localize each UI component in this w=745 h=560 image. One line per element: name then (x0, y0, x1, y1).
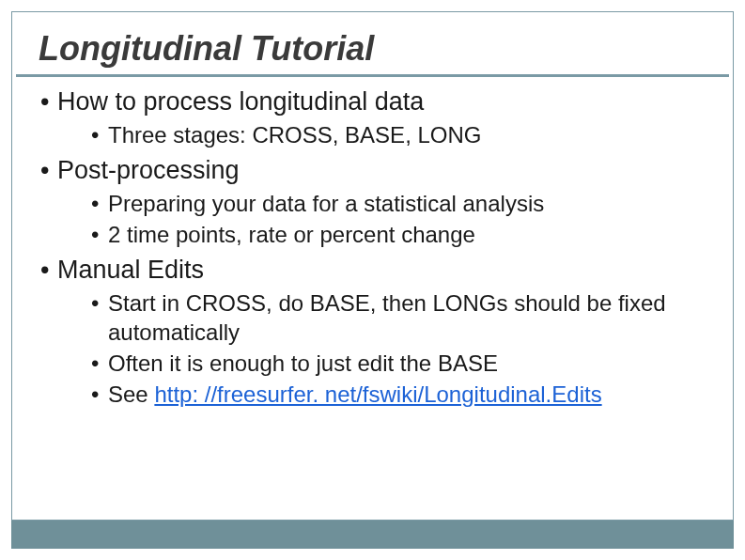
sub-list: Three stages: CROSS, BASE, LONG (57, 120, 733, 149)
sub-bullet-edit-base: Often it is enough to just edit the BASE (91, 349, 733, 378)
freesurfer-link[interactable]: http: //freesurfer. net/fswiki/Longitudi… (154, 381, 601, 407)
slide-title: Longitudinal Tutorial (16, 12, 729, 77)
bullet-how-to-process: How to process longitudinal data Three s… (40, 86, 733, 149)
slide-frame: Longitudinal Tutorial How to process lon… (11, 11, 734, 521)
sub-bullet-three-stages: Three stages: CROSS, BASE, LONG (91, 120, 733, 149)
sub-bullet-start-cross: Start in CROSS, do BASE, then LONGs shou… (91, 288, 733, 347)
bullet-list: How to process longitudinal data Three s… (12, 86, 733, 410)
sub-bullet-preparing-data: Preparing your data for a statistical an… (91, 189, 733, 218)
sub-list: Preparing your data for a statistical an… (57, 189, 733, 249)
sub-bullet-see-link: See http: //freesurfer. net/fswiki/Longi… (91, 380, 733, 409)
bullet-text: Post-processing (57, 156, 240, 184)
bullet-manual-edits: Manual Edits Start in CROSS, do BASE, th… (40, 255, 733, 410)
bullet-post-processing: Post-processing Preparing your data for … (40, 155, 733, 249)
see-prefix: See (108, 381, 154, 407)
footer-bar (11, 521, 734, 549)
bullet-text: How to process longitudinal data (57, 87, 424, 116)
sub-bullet-time-points: 2 time points, rate or percent change (91, 220, 733, 249)
bullet-text: Manual Edits (57, 256, 204, 284)
sub-list: Start in CROSS, do BASE, then LONGs shou… (57, 288, 733, 410)
